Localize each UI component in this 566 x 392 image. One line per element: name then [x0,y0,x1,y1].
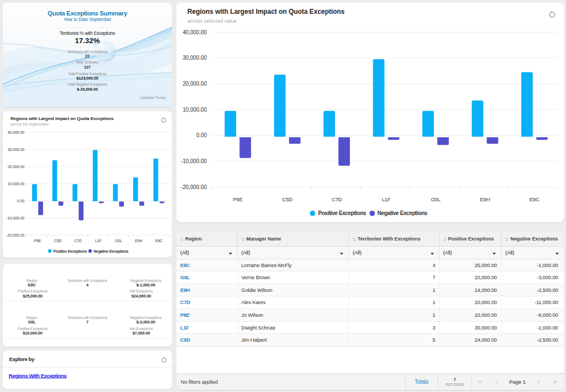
svg-text:G0L: G0L [115,239,122,243]
svg-text:C7D: C7D [332,196,342,202]
svg-text:across the organization: across the organization [11,122,49,127]
svg-text:10,000.00: 10,000.00 [8,182,24,186]
svg-text:G0L: G0L [28,320,36,325]
svg-text:40,000.00: 40,000.00 [182,29,207,35]
svg-text:Negative Exceptions: Negative Exceptions [93,249,128,254]
svg-text:E9H: E9H [135,239,142,243]
svg-text:P6E: P6E [233,196,243,202]
svg-text:Negative Exceptions: Negative Exceptions [378,210,428,216]
svg-text:Explore by: Explore by [9,356,35,362]
svg-text:$-29,000.00: $-29,000.00 [77,87,98,92]
svg-text:$123,000.00: $123,000.00 [76,76,98,81]
svg-text:127: 127 [84,65,91,70]
svg-text:0.00: 0.00 [17,199,24,203]
svg-text:E9C: E9C [530,196,539,202]
svg-text:C5D: C5D [54,239,62,243]
svg-text:across selected value: across selected value [187,18,237,24]
svg-text:L1F: L1F [95,239,101,243]
svg-text:10,000.00: 10,000.00 [182,107,207,113]
svg-text:-20,000.00: -20,000.00 [181,184,207,190]
svg-text:C7D: C7D [74,239,82,243]
svg-text:Regions with Largest Impact on: Regions with Largest Impact on Quota Exc… [11,116,114,121]
svg-text:7: 7 [86,320,88,325]
svg-text:Quota Exceptions Summary: Quota Exceptions Summary [48,10,128,17]
svg-text:Year to Date September: Year to Date September [64,17,112,22]
svg-text:20,000.00: 20,000.00 [182,81,207,87]
svg-text:E9C: E9C [28,283,36,288]
svg-text:L1F: L1F [382,196,391,202]
svg-text:4: 4 [86,283,89,288]
svg-text:22: 22 [85,54,90,59]
svg-text:-20,000.00: -20,000.00 [7,233,25,237]
svg-text:-10,000.00: -10,000.00 [181,158,207,164]
svg-text:Total Territories: Total Territories [76,60,99,64]
svg-text:$24,000.00: $24,000.00 [132,294,151,299]
svg-text:E9H: E9H [480,196,490,202]
svg-text:Positive Exceptions: Positive Exceptions [54,249,87,254]
svg-text:30,000.00: 30,000.00 [8,148,24,151]
svg-text:C5D: C5D [282,196,293,202]
svg-text:P6E: P6E [34,239,41,243]
svg-text:-10,000.00: -10,000.00 [7,216,25,220]
svg-text:Territories % with Exceptions: Territories % with Exceptions [60,30,115,36]
svg-text:20,000.00: 20,000.00 [8,165,24,169]
svg-text:$-3,000.00: $-3,000.00 [137,320,155,325]
svg-text:17.32%: 17.32% [75,36,99,45]
svg-text:Regions With Exceptions: Regions With Exceptions [9,373,67,379]
svg-text:Updated Today: Updated Today [140,95,166,100]
svg-text:G0L: G0L [431,196,440,202]
svg-text:Positive Exceptions: Positive Exceptions [318,210,366,216]
svg-text:$-1,000.00: $-1,000.00 [137,283,155,288]
svg-text:Regions with Largest Impact on: Regions with Largest Impact on Quota Exc… [187,8,345,15]
svg-text:E9C: E9C [155,239,163,243]
svg-text:40,000.00: 40,000.00 [8,130,24,134]
svg-text:$10,000.00: $10,000.00 [23,331,43,336]
svg-text:0.00: 0.00 [196,132,207,138]
svg-text:$7,000.00: $7,000.00 [133,331,150,336]
svg-text:30,000.00: 30,000.00 [182,55,207,61]
svg-text:$25,000.00: $25,000.00 [23,294,43,299]
